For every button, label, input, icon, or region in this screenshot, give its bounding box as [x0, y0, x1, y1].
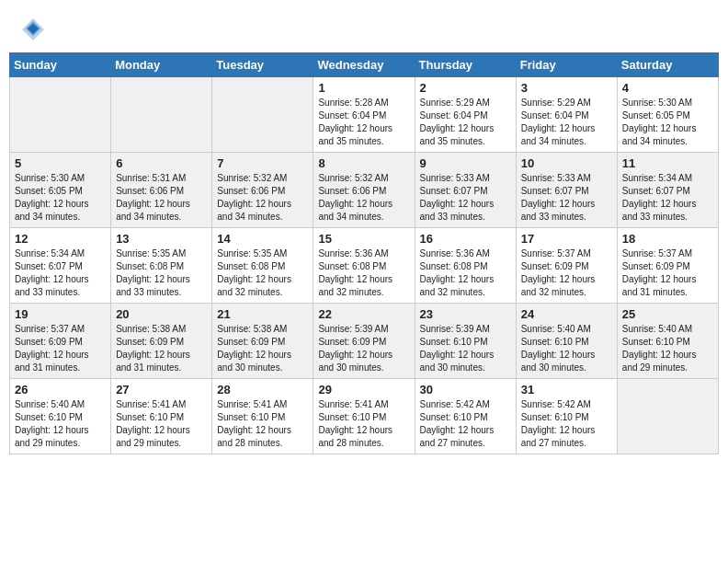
calendar-cell: 13Sunrise: 5:35 AM Sunset: 6:08 PM Dayli… [111, 228, 212, 304]
calendar-cell: 23Sunrise: 5:39 AM Sunset: 6:10 PM Dayli… [415, 304, 516, 379]
day-info: Sunrise: 5:39 AM Sunset: 6:10 PM Dayligh… [420, 323, 511, 374]
day-number: 8 [318, 156, 409, 170]
calendar-cell: 10Sunrise: 5:33 AM Sunset: 6:07 PM Dayli… [516, 153, 617, 228]
day-number: 29 [318, 383, 409, 396]
calendar-cell: 8Sunrise: 5:32 AM Sunset: 6:06 PM Daylig… [313, 153, 415, 228]
day-number: 26 [15, 383, 106, 396]
calendar-cell: 28Sunrise: 5:41 AM Sunset: 6:10 PM Dayli… [212, 379, 313, 454]
calendar-cell: 25Sunrise: 5:40 AM Sunset: 6:10 PM Dayli… [617, 304, 718, 379]
day-info: Sunrise: 5:40 AM Sunset: 6:10 PM Dayligh… [521, 323, 612, 374]
day-info: Sunrise: 5:42 AM Sunset: 6:10 PM Dayligh… [420, 398, 511, 450]
calendar-cell [111, 77, 212, 153]
day-info: Sunrise: 5:33 AM Sunset: 6:07 PM Dayligh… [521, 172, 612, 224]
calendar-cell: 22Sunrise: 5:39 AM Sunset: 6:09 PM Dayli… [313, 304, 415, 379]
weekday-header-row: SundayMondayTuesdayWednesdayThursdayFrid… [10, 53, 719, 77]
day-info: Sunrise: 5:38 AM Sunset: 6:09 PM Dayligh… [217, 323, 308, 374]
logo [18, 17, 46, 47]
weekday-header-tuesday: Tuesday [212, 53, 313, 77]
calendar-cell: 5Sunrise: 5:30 AM Sunset: 6:05 PM Daylig… [10, 153, 111, 228]
day-info: Sunrise: 5:37 AM Sunset: 6:09 PM Dayligh… [15, 323, 106, 374]
calendar-cell: 30Sunrise: 5:42 AM Sunset: 6:10 PM Dayli… [415, 379, 516, 454]
calendar-cell: 12Sunrise: 5:34 AM Sunset: 6:07 PM Dayli… [10, 228, 111, 304]
day-info: Sunrise: 5:41 AM Sunset: 6:10 PM Dayligh… [318, 398, 409, 450]
day-info: Sunrise: 5:28 AM Sunset: 6:04 PM Dayligh… [318, 97, 409, 148]
day-number: 14 [217, 232, 308, 246]
day-number: 24 [521, 307, 612, 321]
day-info: Sunrise: 5:40 AM Sunset: 6:10 PM Dayligh… [622, 323, 713, 374]
day-number: 3 [521, 81, 612, 95]
day-info: Sunrise: 5:40 AM Sunset: 6:10 PM Dayligh… [15, 398, 106, 450]
calendar-cell: 1Sunrise: 5:28 AM Sunset: 6:04 PM Daylig… [313, 77, 415, 153]
weekday-header-friday: Friday [516, 53, 617, 77]
day-number: 15 [318, 232, 409, 246]
logo-text [18, 17, 46, 47]
day-number: 9 [420, 156, 511, 170]
day-number: 28 [217, 383, 308, 396]
logo-icon [20, 17, 46, 42]
day-number: 10 [521, 156, 612, 170]
calendar-cell: 21Sunrise: 5:38 AM Sunset: 6:09 PM Dayli… [212, 304, 313, 379]
calendar-cell: 4Sunrise: 5:30 AM Sunset: 6:05 PM Daylig… [617, 77, 718, 153]
day-number: 11 [622, 156, 713, 170]
calendar-cell: 27Sunrise: 5:41 AM Sunset: 6:10 PM Dayli… [111, 379, 212, 454]
day-info: Sunrise: 5:38 AM Sunset: 6:09 PM Dayligh… [116, 323, 207, 374]
day-info: Sunrise: 5:34 AM Sunset: 6:07 PM Dayligh… [622, 172, 713, 224]
day-number: 2 [420, 81, 511, 95]
calendar-week-row: 19Sunrise: 5:37 AM Sunset: 6:09 PM Dayli… [10, 304, 719, 379]
calendar-cell [10, 77, 111, 153]
calendar-cell [617, 379, 718, 454]
day-info: Sunrise: 5:41 AM Sunset: 6:10 PM Dayligh… [116, 398, 207, 450]
day-info: Sunrise: 5:37 AM Sunset: 6:09 PM Dayligh… [521, 247, 612, 299]
calendar-cell: 3Sunrise: 5:29 AM Sunset: 6:04 PM Daylig… [516, 77, 617, 153]
day-info: Sunrise: 5:32 AM Sunset: 6:06 PM Dayligh… [318, 172, 409, 224]
day-info: Sunrise: 5:33 AM Sunset: 6:07 PM Dayligh… [420, 172, 511, 224]
weekday-header-thursday: Thursday [415, 53, 516, 77]
calendar-cell: 11Sunrise: 5:34 AM Sunset: 6:07 PM Dayli… [617, 153, 718, 228]
calendar-week-row: 1Sunrise: 5:28 AM Sunset: 6:04 PM Daylig… [10, 77, 719, 153]
day-info: Sunrise: 5:29 AM Sunset: 6:04 PM Dayligh… [420, 97, 511, 148]
day-number: 22 [318, 307, 409, 321]
day-number: 13 [116, 232, 207, 246]
day-number: 7 [217, 156, 308, 170]
day-number: 1 [318, 81, 409, 95]
calendar-table: SundayMondayTuesdayWednesdayThursdayFrid… [9, 52, 719, 454]
calendar-cell [212, 77, 313, 153]
day-info: Sunrise: 5:39 AM Sunset: 6:09 PM Dayligh… [318, 323, 409, 374]
calendar-cell: 17Sunrise: 5:37 AM Sunset: 6:09 PM Dayli… [516, 228, 617, 304]
calendar-cell: 26Sunrise: 5:40 AM Sunset: 6:10 PM Dayli… [10, 379, 111, 454]
day-number: 17 [521, 232, 612, 246]
day-number: 19 [15, 307, 106, 321]
calendar-cell: 9Sunrise: 5:33 AM Sunset: 6:07 PM Daylig… [415, 153, 516, 228]
weekday-header-monday: Monday [111, 53, 212, 77]
calendar-cell: 14Sunrise: 5:35 AM Sunset: 6:08 PM Dayli… [212, 228, 313, 304]
day-number: 18 [622, 232, 713, 246]
day-info: Sunrise: 5:37 AM Sunset: 6:09 PM Dayligh… [622, 247, 713, 299]
calendar-cell: 19Sunrise: 5:37 AM Sunset: 6:09 PM Dayli… [10, 304, 111, 379]
weekday-header-sunday: Sunday [10, 53, 111, 77]
calendar-cell: 16Sunrise: 5:36 AM Sunset: 6:08 PM Dayli… [415, 228, 516, 304]
day-number: 16 [420, 232, 511, 246]
day-info: Sunrise: 5:30 AM Sunset: 6:05 PM Dayligh… [15, 172, 106, 224]
day-info: Sunrise: 5:42 AM Sunset: 6:10 PM Dayligh… [521, 398, 612, 450]
day-info: Sunrise: 5:30 AM Sunset: 6:05 PM Dayligh… [622, 97, 713, 148]
weekday-header-saturday: Saturday [617, 53, 718, 77]
day-info: Sunrise: 5:36 AM Sunset: 6:08 PM Dayligh… [420, 247, 511, 299]
day-number: 21 [217, 307, 308, 321]
day-info: Sunrise: 5:41 AM Sunset: 6:10 PM Dayligh… [217, 398, 308, 450]
page-header [9, 9, 719, 52]
calendar-cell: 20Sunrise: 5:38 AM Sunset: 6:09 PM Dayli… [111, 304, 212, 379]
day-info: Sunrise: 5:36 AM Sunset: 6:08 PM Dayligh… [318, 247, 409, 299]
calendar-cell: 6Sunrise: 5:31 AM Sunset: 6:06 PM Daylig… [111, 153, 212, 228]
day-number: 23 [420, 307, 511, 321]
day-number: 6 [116, 156, 207, 170]
day-number: 5 [15, 156, 106, 170]
calendar-week-row: 26Sunrise: 5:40 AM Sunset: 6:10 PM Dayli… [10, 379, 719, 454]
calendar-cell: 7Sunrise: 5:32 AM Sunset: 6:06 PM Daylig… [212, 153, 313, 228]
calendar-cell: 2Sunrise: 5:29 AM Sunset: 6:04 PM Daylig… [415, 77, 516, 153]
weekday-header-wednesday: Wednesday [313, 53, 415, 77]
day-info: Sunrise: 5:35 AM Sunset: 6:08 PM Dayligh… [116, 247, 207, 299]
calendar-cell: 31Sunrise: 5:42 AM Sunset: 6:10 PM Dayli… [516, 379, 617, 454]
day-number: 30 [420, 383, 511, 396]
day-info: Sunrise: 5:31 AM Sunset: 6:06 PM Dayligh… [116, 172, 207, 224]
day-number: 25 [622, 307, 713, 321]
